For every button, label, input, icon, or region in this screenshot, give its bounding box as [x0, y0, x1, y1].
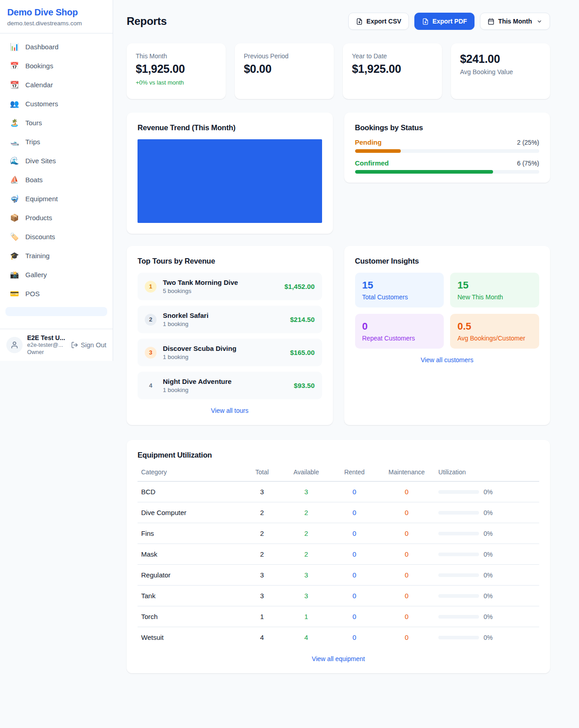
column-header-rented: Rented: [330, 463, 379, 482]
cell-category: Regulator: [138, 565, 242, 586]
sidebar-item-tours[interactable]: 🏝️ Tours: [4, 114, 109, 132]
status-bar-fill: [355, 149, 401, 153]
nav-item-label: Boats: [25, 176, 43, 184]
cell-category: Wetsuit: [138, 627, 242, 648]
nav-item-label: Calendar: [25, 81, 53, 89]
insight-tile: 0.5 Avg Bookings/Customer: [450, 314, 539, 349]
tour-bookings: 1 booking: [163, 354, 237, 360]
stat-card: Previous Period$0.00: [235, 43, 334, 99]
tour-row: 4 Night Dive Adventure 1 booking $93.50: [138, 372, 322, 399]
table-row: BCD 3 3 0 0 0%: [138, 482, 539, 502]
sidebar-item-discounts[interactable]: 🏷️ Discounts: [4, 228, 109, 246]
cell-available: 2: [282, 523, 331, 544]
sidebar-item-active-peek[interactable]: [5, 307, 107, 316]
export-csv-label: Export CSV: [366, 18, 401, 25]
nav-item-label: Dive Sites: [25, 157, 56, 165]
sidebar-item-calendar[interactable]: 📆 Calendar: [4, 76, 109, 94]
sidebar-item-training[interactable]: 🎓 Training: [4, 247, 109, 265]
tour-text: Snorkel Safari 1 booking: [163, 312, 209, 327]
view-all-customers-link[interactable]: View all customers: [355, 356, 540, 364]
stat-top: Previous Period$0.00: [244, 52, 325, 76]
sidebar-item-trips[interactable]: 🛥️ Trips: [4, 133, 109, 151]
sidebar-item-products[interactable]: 📦 Products: [4, 209, 109, 227]
brand-block: Demo Dive Shop demo.test.divestreams.com: [0, 0, 113, 33]
sidebar-item-dive-sites[interactable]: 🌊 Dive Sites: [4, 152, 109, 170]
status-label: Confirmed: [355, 159, 389, 167]
cell-available: 3: [282, 565, 331, 586]
utilization-meter: 0%: [438, 488, 536, 496]
utilization-bar-track: [438, 636, 479, 639]
sign-out-icon: [71, 341, 78, 349]
sidebar-item-gallery[interactable]: 📸 Gallery: [4, 266, 109, 284]
tour-text: Discover Scuba Diving 1 booking: [163, 345, 237, 360]
export-csv-button[interactable]: Export CSV: [348, 13, 409, 30]
utilization-percent: 0%: [484, 634, 493, 641]
insights-grid: 15 Total Customers 15 New This Month 0 R…: [355, 273, 540, 349]
bookings-by-status-title: Bookings by Status: [355, 123, 540, 132]
stat-card: Year to Date$1,925.00: [343, 43, 442, 99]
utilization-bar-track: [438, 594, 479, 598]
period-dropdown[interactable]: This Month: [480, 13, 550, 30]
chevron-down-icon: [536, 19, 542, 24]
equipment-utilization-title: Equipment Utilization: [138, 451, 539, 459]
status-bar-track: [355, 170, 540, 174]
table-row: Mask 2 2 0 0 0%: [138, 544, 539, 565]
insight-value: 0: [362, 321, 437, 332]
avatar: [6, 337, 23, 353]
user-role: Owner: [27, 349, 65, 356]
sidebar-item-boats[interactable]: ⛵ Boats: [4, 171, 109, 189]
customer-insights-card: Customer Insights 15 Total Customers 15 …: [344, 246, 551, 425]
sign-out-button[interactable]: Sign Out: [71, 341, 106, 349]
export-pdf-button[interactable]: Export PDF: [414, 13, 475, 30]
equipment-utilization-card: Equipment Utilization Category Total Ava…: [127, 440, 550, 673]
sidebar-item-pos[interactable]: 💳 POS: [4, 285, 109, 303]
calendar-icon: [488, 18, 494, 25]
tour-bookings: 1 booking: [163, 321, 209, 327]
utilization-meter: 0%: [438, 572, 536, 579]
header-actions: Export CSV Export PDF This Month: [348, 13, 550, 30]
cell-category: Tank: [138, 586, 242, 606]
cell-total: 3: [242, 482, 282, 502]
nav-item-label: Customers: [25, 100, 58, 108]
sidebar-item-customers[interactable]: 👥 Customers: [4, 95, 109, 113]
cell-rented: 0: [330, 502, 379, 523]
export-pdf-label: Export PDF: [432, 18, 467, 25]
sidebar-nav: 📊 Dashboard 📅 Bookings 📆 Calendar 👥 Cust…: [0, 33, 113, 329]
status-count: 2 (25%): [517, 139, 539, 146]
status-rows: Pending 2 (25%) Confirmed 6 (75%): [355, 138, 540, 174]
column-header-total: Total: [242, 463, 282, 482]
column-header-maintenance: Maintenance: [379, 463, 435, 482]
sidebar-item-bookings[interactable]: 📅 Bookings: [4, 57, 109, 75]
sidebar-item-equipment[interactable]: 🤿 Equipment: [4, 190, 109, 208]
user-email: e2e-tester@...: [27, 342, 65, 349]
nav-item-label: Dashboard: [25, 43, 58, 51]
equipment-table-header: Category Total Available Rented Maintena…: [138, 463, 539, 482]
cell-category: BCD: [138, 482, 242, 502]
cell-total: 3: [242, 565, 282, 586]
status-line: Pending 2 (25%): [355, 138, 540, 146]
cell-category: Torch: [138, 606, 242, 627]
view-all-equipment-link[interactable]: View all equipment: [138, 655, 539, 662]
cell-available: 1: [282, 606, 331, 627]
stat-value: $1,925.00: [352, 62, 433, 76]
cell-rented: 0: [330, 627, 379, 648]
column-header-category: Category: [138, 463, 242, 482]
tour-row: 2 Snorkel Safari 1 booking $214.50: [138, 306, 322, 333]
stat-delta: +0% vs last month: [136, 79, 217, 86]
view-all-tours-link[interactable]: View all tours: [138, 407, 322, 414]
status-label: Pending: [355, 138, 382, 146]
app-window: Demo Dive Shop demo.test.divestreams.com…: [0, 0, 579, 728]
nav-icon-trips: 🛥️: [10, 137, 19, 146]
sidebar-item-dashboard[interactable]: 📊 Dashboard: [4, 38, 109, 56]
cell-rented: 0: [330, 565, 379, 586]
cell-rented: 0: [330, 523, 379, 544]
nav-icon-equipment: 🤿: [10, 194, 19, 203]
cell-total: 2: [242, 544, 282, 565]
tour-amount: $1,452.00: [285, 283, 315, 290]
tour-row: 1 Two Tank Morning Dive 5 bookings $1,45…: [138, 273, 322, 300]
tour-name: Night Dive Adventure: [163, 378, 232, 385]
nav-icon-discounts: 🏷️: [10, 232, 19, 241]
utilization-meter: 0%: [438, 551, 536, 558]
nav-item-label: Equipment: [25, 195, 58, 203]
cell-rented: 0: [330, 482, 379, 502]
